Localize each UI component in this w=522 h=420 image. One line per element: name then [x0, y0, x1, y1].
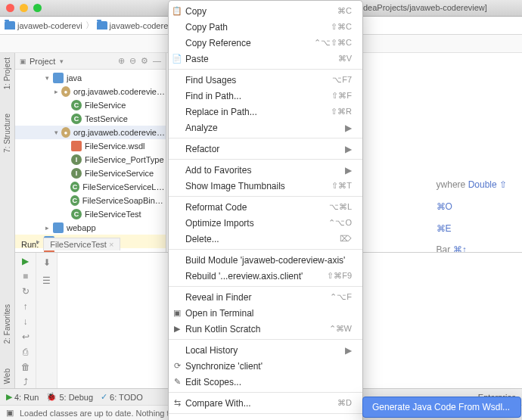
tree-row[interactable]: FileService.wsdl [15, 139, 166, 153]
menu-item[interactable]: Find Usages⌥F7 [169, 72, 362, 88]
tree-label: FileServiceTest [85, 210, 141, 219]
tree-label: webapp [67, 223, 96, 232]
menu-item[interactable]: ▶Run Kotlin Scratch⌃⌘W [169, 321, 362, 337]
menu-item[interactable]: 📄Paste⌘V [169, 51, 362, 67]
menu-item[interactable]: ▣Open in Terminal [169, 305, 362, 321]
menu-shortcut: ⌃⌥O [328, 218, 352, 228]
softwrap-icon[interactable]: ↩ [19, 331, 33, 342]
menu-shortcut: ⇧⌘T [331, 181, 352, 191]
menu-separator [169, 392, 362, 393]
menu-item[interactable]: Add to Favorites▶ [169, 162, 362, 178]
menu-item[interactable]: Load/Unload Modules... [169, 416, 362, 420]
menu-icon: ▶ [172, 324, 182, 334]
toolwindow-project-tab[interactable]: 1: Project [3, 58, 11, 89]
menu-separator [169, 339, 362, 340]
collapse-icon[interactable]: ⊕ [118, 56, 125, 66]
menu-item[interactable]: Copy Path⇧⌘C [169, 19, 362, 35]
tree-label: FileService_PortType [85, 155, 164, 164]
minimize-icon[interactable]: — [153, 56, 161, 66]
menu-item[interactable]: Analyze▶ [169, 120, 362, 135]
menu-item[interactable]: Reveal in Finder⌃⌥F [169, 289, 362, 305]
toolwindow-favorites-tab[interactable]: 2: Favorites [3, 304, 11, 344]
menu-shortcut: ⌥⌘L [329, 202, 352, 212]
menu-item[interactable]: Reformat Code⌥⌘L [169, 199, 362, 215]
tree-label: FileServiceSoapBindingSt [82, 196, 166, 205]
run-icon[interactable]: ▶ [19, 256, 33, 266]
scroll-icon[interactable]: ⬇ [40, 256, 54, 269]
tree-row[interactable]: ▾java [15, 71, 166, 85]
tree-label: FileService.wsdl [85, 142, 144, 151]
tree-row[interactable]: ▾●org.javaweb.codereview.axis [15, 126, 166, 139]
pin-icon[interactable]: ⤴ [19, 377, 33, 387]
menu-item[interactable]: Refactor▶ [169, 141, 362, 157]
menu-item[interactable]: Local History▶ [169, 342, 362, 358]
menu-separator [169, 249, 362, 250]
chevron-down-icon[interactable]: ▾ [60, 58, 64, 65]
up-icon[interactable]: ↑ [19, 301, 33, 312]
menu-item[interactable]: Copy Reference⌃⌥⇧⌘C [169, 35, 362, 51]
menu-item[interactable]: Optimize Imports⌃⌥O [169, 215, 362, 231]
max-dot[interactable] [33, 4, 42, 12]
menu-item[interactable]: ⇆Compare With...⌘D [169, 395, 362, 411]
disclosure-arrow[interactable]: ▸ [54, 88, 61, 95]
tree-row[interactable]: ▸●org.javaweb.codereview.axis [15, 85, 166, 98]
menu-separator [169, 69, 362, 70]
tree-row[interactable]: CFileServiceTest [15, 207, 166, 221]
disclosure-arrow[interactable]: ▾ [45, 74, 53, 82]
restart-icon[interactable]: ↻ [19, 286, 33, 297]
sidebar-header[interactable]: ▣ Project ▾ ⊕ ⊖ ⚙ — [15, 53, 166, 70]
menu-label: Replace in Path... [185, 107, 325, 117]
menu-label: Run Kotlin Scratch [185, 324, 323, 334]
menu-item[interactable]: Build Module 'javaweb-codereview-axis' [169, 252, 362, 268]
trash-icon[interactable]: 🗑 [19, 362, 33, 372]
hide-icon[interactable]: ⊖ [129, 56, 136, 66]
menu-item[interactable]: Find in Path...⇧⌘F [169, 88, 362, 104]
folder-icon [53, 222, 64, 233]
tree-row[interactable]: IFileService_PortType [15, 153, 166, 166]
gear-icon[interactable]: ⚙ [141, 56, 148, 66]
generate-wsdl-item[interactable]: Generate Java Code From Wsdl... [363, 400, 520, 415]
webservices-submenu[interactable]: Generate Java Code From Wsdl... [362, 397, 521, 418]
menu-item[interactable]: 📋Copy⌘C [169, 3, 362, 19]
crumb-item[interactable]: javaweb-coderevi [17, 21, 82, 30]
disclosure-arrow[interactable]: ▸ [45, 224, 53, 232]
menu-label: Rebuild '...ereview.axis.client' [185, 271, 321, 282]
menu-item[interactable]: Show Image Thumbnails⇧⌘T [169, 178, 362, 194]
tree-row[interactable]: IFileServiceService [15, 166, 166, 180]
toolwindow-web-tab[interactable]: Web [3, 369, 11, 384]
context-menu[interactable]: 📋Copy⌘CCopy Path⇧⌘CCopy Reference⌃⌥⇧⌘C📄P… [168, 0, 363, 420]
menu-label: Build Module 'javaweb-codereview-axis' [185, 255, 352, 266]
left-gutter: 1: Project 7: Structure 2: Favorites Web [0, 53, 15, 388]
run-tab[interactable]: FileServiceTest × [43, 238, 120, 250]
stop-icon[interactable]: ■ [19, 271, 33, 282]
menu-item[interactable]: ✎Edit Scopes... [169, 374, 362, 390]
run-label: Run: [21, 240, 39, 249]
crumb-item[interactable]: javaweb-coderevi [110, 21, 175, 30]
tree-label: FileServiceService [85, 169, 154, 178]
min-dot[interactable] [20, 4, 28, 12]
menu-item[interactable]: Rebuild '...ereview.axis.client'⇧⌘F9 [169, 268, 362, 284]
down-icon[interactable]: ↓ [19, 316, 33, 327]
debug-toolwindow-button[interactable]: 🐞5: Debug [46, 392, 93, 402]
tree-row[interactable]: CTestService [15, 112, 166, 126]
run-toolwindow-button[interactable]: ▶4: Run [6, 392, 39, 402]
disclosure-arrow[interactable]: ▾ [54, 129, 61, 136]
print-icon[interactable]: ⎙ [19, 347, 33, 357]
cls-icon: C [71, 114, 82, 124]
filter-icon[interactable]: ☰ [40, 274, 54, 288]
tree-label: org.javaweb.codereview.axis [73, 128, 166, 137]
pkg-icon: ● [61, 86, 70, 97]
tree-row[interactable]: CFileServiceServiceLocato [15, 180, 166, 194]
menu-item[interactable]: ⟳Synchronize 'client' [169, 358, 362, 374]
tree-row[interactable]: CFileService [15, 98, 166, 112]
menu-item[interactable]: Replace in Path...⇧⌘R [169, 104, 362, 120]
menu-separator [169, 286, 362, 287]
close-dot[interactable] [6, 4, 14, 12]
todo-toolwindow-button[interactable]: ✓6: TODO [101, 392, 143, 402]
run-toolbar: ▶ ■ ↻ ↑ ↓ ↩ ⎙ 🗑 ⤴ ✶ [15, 253, 36, 388]
tree-row[interactable]: CFileServiceSoapBindingSt [15, 194, 166, 207]
tree-row[interactable]: ▸webapp [15, 221, 166, 235]
toolwindow-structure-tab[interactable]: 7: Structure [3, 114, 11, 153]
menu-item[interactable]: Delete...⌦ [169, 231, 362, 247]
int-icon: I [71, 154, 82, 165]
